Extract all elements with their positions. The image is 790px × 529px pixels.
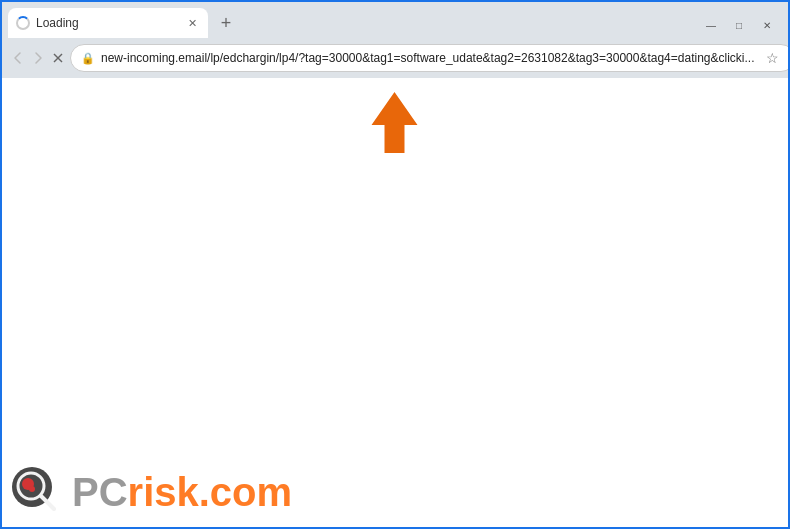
bookmark-button[interactable]: ☆	[760, 46, 784, 70]
pcrisk-brand-text: PCrisk.com	[72, 472, 292, 512]
svg-marker-6	[372, 92, 418, 153]
pc-text: PC	[72, 470, 128, 514]
forward-button[interactable]	[30, 44, 46, 72]
tab-strip: Loading ✕ +	[8, 8, 690, 38]
security-icon: 🔒	[81, 52, 95, 65]
address-bar[interactable]: 🔒 new-incoming.email/lp/edchargin/lp4/?t…	[70, 44, 790, 72]
pcrisk-watermark: PCrisk.com	[10, 465, 292, 519]
annotation-arrow	[368, 90, 423, 159]
pcrisk-logo-icon	[10, 465, 64, 519]
risk-text: risk.com	[128, 470, 293, 514]
maximize-button[interactable]: □	[726, 12, 752, 38]
minimize-button[interactable]: —	[698, 12, 724, 38]
content-area: PCrisk.com	[2, 78, 788, 527]
back-button[interactable]	[10, 44, 26, 72]
svg-point-10	[29, 486, 35, 492]
new-tab-button[interactable]: +	[212, 9, 240, 37]
tab-loading-spinner	[16, 16, 30, 30]
active-tab[interactable]: Loading ✕	[8, 8, 208, 38]
browser-window: Loading ✕ + — □ ✕	[2, 2, 788, 527]
reload-button[interactable]	[50, 44, 66, 72]
url-text: new-incoming.email/lp/edchargin/lp4/?tag…	[101, 51, 754, 65]
tab-close-button[interactable]: ✕	[184, 15, 200, 31]
window-controls: — □ ✕	[690, 8, 788, 38]
close-button[interactable]: ✕	[754, 12, 780, 38]
title-bar: Loading ✕ + — □ ✕	[2, 2, 788, 38]
tab-title: Loading	[36, 16, 178, 30]
toolbar: 🔒 new-incoming.email/lp/edchargin/lp4/?t…	[2, 38, 788, 78]
